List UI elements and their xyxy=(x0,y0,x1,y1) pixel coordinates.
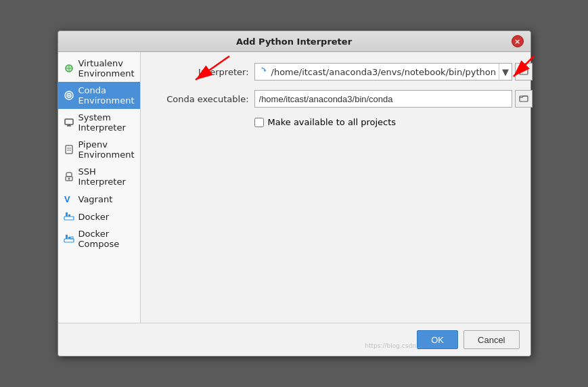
svg-rect-24 xyxy=(68,237,70,239)
interpreter-input-group: /home/itcast/anaconda3/envs/notebook/bin… xyxy=(254,63,533,81)
sidebar-item-label: Vagrant xyxy=(78,194,113,204)
ssh-icon xyxy=(64,171,74,182)
dialog-footer: https://blog.csdn... OK Cancel xyxy=(58,323,530,356)
sidebar-item-system[interactable]: System Interpreter xyxy=(58,109,140,136)
svg-rect-13 xyxy=(66,173,72,177)
svg-rect-23 xyxy=(66,237,68,239)
sidebar-item-ssh[interactable]: SSH Interpreter xyxy=(58,163,140,190)
interpreter-value: /home/itcast/anaconda3/envs/notebook/bin… xyxy=(269,65,499,79)
make-available-checkbox[interactable] xyxy=(254,118,264,127)
svg-point-6 xyxy=(68,95,70,97)
title-bar: Add Python Interpreter × xyxy=(58,31,530,52)
sidebar-item-label: Docker xyxy=(78,212,110,222)
close-button[interactable]: × xyxy=(512,35,524,47)
watermark: https://blog.csdn... xyxy=(365,342,422,349)
dialog-body: Virtualenv Environment Conda Environment… xyxy=(58,52,530,323)
checkbox-row: Make available to all projects xyxy=(154,117,533,127)
svg-rect-27 xyxy=(520,69,528,74)
main-content: Interpreter: /home/itcast/anaconda3/envs… xyxy=(141,52,546,323)
svg-rect-19 xyxy=(66,214,68,217)
svg-rect-28 xyxy=(520,96,528,101)
sidebar-item-conda[interactable]: Conda Environment xyxy=(58,82,140,109)
interpreter-dropdown-arrow[interactable]: ▼ xyxy=(499,64,512,80)
svg-point-15 xyxy=(68,178,70,180)
conda-icon xyxy=(64,90,74,101)
checkbox-label: Make available to all projects xyxy=(268,117,397,127)
interpreter-browse-button[interactable] xyxy=(515,63,533,81)
conda-input-group xyxy=(254,90,533,108)
system-icon xyxy=(64,117,74,128)
vagrant-icon: V xyxy=(64,194,74,204)
sidebar-item-virtualenv[interactable]: Virtualenv Environment xyxy=(58,55,140,82)
sidebar-item-label: Docker Compose xyxy=(78,229,135,249)
virtualenv-icon xyxy=(64,63,74,74)
ok-button[interactable]: OK xyxy=(417,330,458,349)
conda-executable-row: Conda executable: xyxy=(154,90,533,108)
conda-label: Conda executable: xyxy=(154,94,249,104)
sidebar: Virtualenv Environment Conda Environment… xyxy=(58,52,141,323)
sidebar-item-label: SSH Interpreter xyxy=(78,166,135,187)
sidebar-item-label: Virtualenv Environment xyxy=(78,58,135,78)
docker-icon xyxy=(64,211,74,222)
svg-rect-21 xyxy=(66,212,68,214)
svg-rect-22 xyxy=(64,239,74,242)
interpreter-row: Interpreter: /home/itcast/anaconda3/envs… xyxy=(154,63,533,81)
sidebar-item-pipenv[interactable]: Pipenv Environment xyxy=(58,136,140,163)
interpreter-label: Interpreter: xyxy=(154,67,249,77)
cancel-button[interactable]: Cancel xyxy=(463,330,519,349)
dialog-title: Add Python Interpreter xyxy=(77,37,512,47)
svg-text:V: V xyxy=(64,194,70,204)
svg-rect-10 xyxy=(66,145,72,154)
sidebar-item-label: Conda Environment xyxy=(78,85,135,106)
svg-rect-26 xyxy=(71,237,73,239)
docker-compose-icon xyxy=(64,233,74,244)
refresh-icon xyxy=(255,67,269,77)
sidebar-item-vagrant[interactable]: V Vagrant xyxy=(58,190,140,208)
add-python-interpreter-dialog: Add Python Interpreter × Virtualenv Envi… xyxy=(58,30,531,357)
sidebar-item-docker[interactable]: Docker xyxy=(58,208,140,225)
conda-executable-input[interactable] xyxy=(254,90,512,108)
sidebar-item-docker-compose[interactable]: Docker Compose xyxy=(58,225,140,252)
pipenv-icon xyxy=(64,144,74,155)
sidebar-item-label: Pipenv Environment xyxy=(78,139,135,160)
svg-rect-25 xyxy=(66,235,68,237)
interpreter-input-field: /home/itcast/anaconda3/envs/notebook/bin… xyxy=(254,63,512,81)
sidebar-item-label: System Interpreter xyxy=(78,112,135,133)
svg-rect-7 xyxy=(65,119,73,124)
svg-rect-18 xyxy=(64,217,74,220)
svg-rect-20 xyxy=(68,214,70,217)
conda-browse-button[interactable] xyxy=(515,90,533,108)
